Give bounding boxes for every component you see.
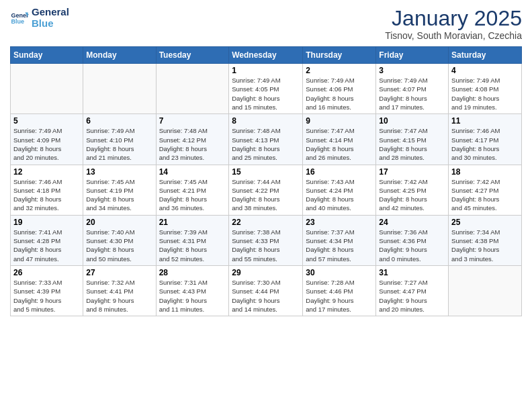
day-number: 23 [306,218,373,227]
weekday-header-sunday: Sunday [11,47,83,64]
day-cell [83,64,156,114]
day-info: Sunrise: 7:44 AM Sunset: 4:22 PM Dayligh… [232,177,300,213]
week-row-1: 5Sunrise: 7:49 AM Sunset: 4:09 PM Daylig… [11,114,522,165]
day-number: 20 [86,218,152,227]
day-info: Sunrise: 7:42 AM Sunset: 4:25 PM Dayligh… [379,177,445,213]
week-row-0: 1Sunrise: 7:49 AM Sunset: 4:05 PM Daylig… [11,64,522,114]
day-cell: 18Sunrise: 7:42 AM Sunset: 4:27 PM Dayli… [449,165,522,215]
header: General Blue General Blue January 2025 T… [10,7,522,41]
day-cell: 10Sunrise: 7:47 AM Sunset: 4:15 PM Dayli… [376,114,449,165]
day-cell: 29Sunrise: 7:30 AM Sunset: 4:44 PM Dayli… [229,265,303,316]
day-info: Sunrise: 7:39 AM Sunset: 4:31 PM Dayligh… [159,228,226,263]
day-info: Sunrise: 7:46 AM Sunset: 4:18 PM Dayligh… [13,177,80,213]
day-info: Sunrise: 7:48 AM Sunset: 4:13 PM Dayligh… [232,126,300,162]
day-number: 11 [451,116,519,126]
day-number: 12 [13,167,80,177]
day-cell: 5Sunrise: 7:49 AM Sunset: 4:09 PM Daylig… [11,114,83,165]
day-info: Sunrise: 7:46 AM Sunset: 4:17 PM Dayligh… [451,126,519,162]
day-cell: 28Sunrise: 7:31 AM Sunset: 4:43 PM Dayli… [156,265,229,316]
day-cell: 13Sunrise: 7:45 AM Sunset: 4:19 PM Dayli… [83,165,156,215]
day-number: 2 [306,66,373,75]
day-cell: 23Sunrise: 7:37 AM Sunset: 4:34 PM Dayli… [303,215,376,265]
day-number: 26 [13,268,80,277]
day-cell: 31Sunrise: 7:27 AM Sunset: 4:47 PM Dayli… [376,265,449,316]
week-row-4: 26Sunrise: 7:33 AM Sunset: 4:39 PM Dayli… [11,265,522,316]
day-number: 29 [232,268,300,277]
day-info: Sunrise: 7:30 AM Sunset: 4:44 PM Dayligh… [232,278,300,314]
day-info: Sunrise: 7:37 AM Sunset: 4:34 PM Dayligh… [306,228,373,263]
day-cell: 4Sunrise: 7:49 AM Sunset: 4:08 PM Daylig… [449,64,522,114]
day-number: 17 [379,167,445,177]
day-info: Sunrise: 7:42 AM Sunset: 4:27 PM Dayligh… [451,177,519,213]
day-cell: 25Sunrise: 7:34 AM Sunset: 4:38 PM Dayli… [449,215,522,265]
day-info: Sunrise: 7:48 AM Sunset: 4:12 PM Dayligh… [159,126,226,162]
day-number: 24 [379,218,445,227]
location: Tisnov, South Moravian, Czechia [385,30,522,41]
weekday-header-row: SundayMondayTuesdayWednesdayThursdayFrid… [11,47,522,64]
day-info: Sunrise: 7:45 AM Sunset: 4:21 PM Dayligh… [159,177,226,213]
day-cell: 17Sunrise: 7:42 AM Sunset: 4:25 PM Dayli… [376,165,449,215]
logo-icon: General Blue [10,9,29,28]
logo-general: General [32,7,69,18]
title-area: January 2025 Tisnov, South Moravian, Cze… [385,7,522,41]
weekday-header-tuesday: Tuesday [156,47,229,64]
day-info: Sunrise: 7:49 AM Sunset: 4:05 PM Dayligh… [232,76,300,111]
day-info: Sunrise: 7:32 AM Sunset: 4:41 PM Dayligh… [86,278,152,314]
day-info: Sunrise: 7:33 AM Sunset: 4:39 PM Dayligh… [13,278,80,314]
day-cell: 30Sunrise: 7:28 AM Sunset: 4:46 PM Dayli… [303,265,376,316]
day-number: 8 [232,116,300,126]
day-number: 3 [379,66,445,75]
day-cell: 12Sunrise: 7:46 AM Sunset: 4:18 PM Dayli… [11,165,83,215]
day-cell: 24Sunrise: 7:36 AM Sunset: 4:36 PM Dayli… [376,215,449,265]
day-info: Sunrise: 7:40 AM Sunset: 4:30 PM Dayligh… [86,228,152,263]
day-cell: 16Sunrise: 7:43 AM Sunset: 4:24 PM Dayli… [303,165,376,215]
day-cell: 2Sunrise: 7:49 AM Sunset: 4:06 PM Daylig… [303,64,376,114]
day-info: Sunrise: 7:49 AM Sunset: 4:06 PM Dayligh… [306,76,373,111]
day-cell: 20Sunrise: 7:40 AM Sunset: 4:30 PM Dayli… [83,215,156,265]
day-number: 31 [379,268,445,277]
day-number: 4 [451,66,519,75]
day-number: 16 [306,167,373,177]
day-info: Sunrise: 7:49 AM Sunset: 4:09 PM Dayligh… [13,126,80,162]
weekday-header-thursday: Thursday [303,47,376,64]
day-number: 6 [86,116,152,126]
day-number: 13 [86,167,152,177]
week-row-2: 12Sunrise: 7:46 AM Sunset: 4:18 PM Dayli… [11,165,522,215]
weekday-header-friday: Friday [376,47,449,64]
day-cell: 15Sunrise: 7:44 AM Sunset: 4:22 PM Dayli… [229,165,303,215]
weekday-header-saturday: Saturday [449,47,522,64]
calendar: SundayMondayTuesdayWednesdayThursdayFrid… [10,46,522,316]
day-info: Sunrise: 7:27 AM Sunset: 4:47 PM Dayligh… [379,278,445,314]
day-cell: 3Sunrise: 7:49 AM Sunset: 4:07 PM Daylig… [376,64,449,114]
day-cell: 14Sunrise: 7:45 AM Sunset: 4:21 PM Dayli… [156,165,229,215]
day-info: Sunrise: 7:49 AM Sunset: 4:07 PM Dayligh… [379,76,445,111]
day-number: 10 [379,116,445,126]
day-cell: 1Sunrise: 7:49 AM Sunset: 4:05 PM Daylig… [229,64,303,114]
day-info: Sunrise: 7:47 AM Sunset: 4:15 PM Dayligh… [379,126,445,162]
day-number: 25 [451,218,519,227]
logo: General Blue General Blue [10,7,69,29]
day-cell: 6Sunrise: 7:49 AM Sunset: 4:10 PM Daylig… [83,114,156,165]
day-info: Sunrise: 7:31 AM Sunset: 4:43 PM Dayligh… [159,278,226,314]
day-info: Sunrise: 7:38 AM Sunset: 4:33 PM Dayligh… [232,228,300,263]
day-cell [11,64,83,114]
day-cell [449,265,522,316]
day-cell: 8Sunrise: 7:48 AM Sunset: 4:13 PM Daylig… [229,114,303,165]
weekday-header-wednesday: Wednesday [229,47,303,64]
day-number: 27 [86,268,152,277]
page: General Blue General Blue January 2025 T… [0,0,532,411]
day-number: 28 [159,268,226,277]
svg-text:Blue: Blue [11,18,24,25]
day-number: 19 [13,218,80,227]
day-cell: 27Sunrise: 7:32 AM Sunset: 4:41 PM Dayli… [83,265,156,316]
weekday-header-monday: Monday [83,47,156,64]
week-row-3: 19Sunrise: 7:41 AM Sunset: 4:28 PM Dayli… [11,215,522,265]
day-number: 7 [159,116,226,126]
day-number: 22 [232,218,300,227]
day-cell: 21Sunrise: 7:39 AM Sunset: 4:31 PM Dayli… [156,215,229,265]
day-number: 18 [451,167,519,177]
day-cell: 11Sunrise: 7:46 AM Sunset: 4:17 PM Dayli… [449,114,522,165]
day-cell: 19Sunrise: 7:41 AM Sunset: 4:28 PM Dayli… [11,215,83,265]
logo-blue: Blue [32,18,69,30]
day-cell: 9Sunrise: 7:47 AM Sunset: 4:14 PM Daylig… [303,114,376,165]
